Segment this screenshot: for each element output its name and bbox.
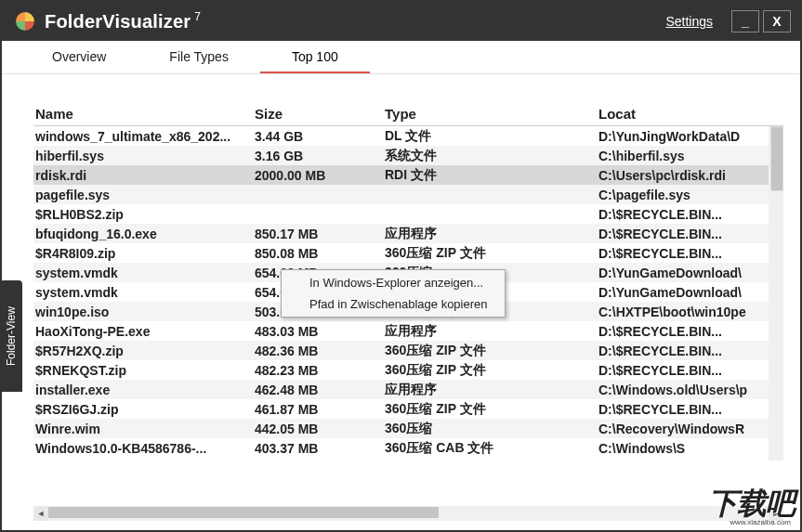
cell-type: 系统文件	[385, 148, 598, 164]
table-row[interactable]: $RSZI6GJ.zip461.87 MB360压缩 ZIP 文件D:\$REC…	[33, 399, 783, 419]
cell-location: D:\$RECYCLE.BIN...	[598, 363, 783, 378]
cell-name: bfuqidong_16.0.exe	[33, 227, 255, 241]
scroll-right-arrow-icon[interactable]: ►	[769, 506, 783, 521]
cell-type: RDI 文件	[385, 167, 598, 184]
titlebar: FolderVisualizer7 Settings _ X	[2, 2, 800, 41]
app-logo-icon	[15, 11, 35, 32]
horizontal-scrollbar-thumb[interactable]	[48, 507, 439, 518]
table-row[interactable]: rdisk.rdi2000.00 MBRDI 文件C:\Users\pc\rdi…	[33, 165, 783, 185]
column-header-size[interactable]: Size	[255, 106, 385, 122]
cell-size: 482.23 MB	[255, 363, 385, 378]
cell-location: D:\$RECYCLE.BIN...	[598, 344, 783, 358]
cell-name: $R57H2XQ.zip	[33, 344, 255, 358]
table-header-row: Name Size Type Locat	[33, 102, 783, 126]
cell-name: $R4R8I09.zip	[33, 246, 255, 261]
cell-name: Winre.wim	[33, 422, 255, 436]
table-row[interactable]: $R4R8I09.zip850.08 MB360压缩 ZIP 文件D:\$REC…	[33, 243, 783, 263]
cell-location: D:\YunGameDownload\	[598, 266, 783, 280]
cell-size: 850.08 MB	[255, 246, 385, 261]
cell-name: system.vmdk	[33, 285, 255, 300]
cell-name: installer.exe	[33, 383, 255, 397]
content-area: Folder-View Name Size Type Locat windows…	[2, 74, 800, 530]
cell-location: D:\$RECYCLE.BIN...	[598, 207, 783, 222]
cell-location: C:\HXTPE\boot\win10pe	[598, 305, 783, 319]
cell-size: 461.87 MB	[255, 402, 385, 417]
cell-size: 403.37 MB	[255, 441, 385, 456]
close-button[interactable]: X	[763, 10, 791, 32]
tab-top-100[interactable]: Top 100	[260, 42, 370, 73]
column-header-name[interactable]: Name	[33, 106, 255, 122]
cell-name: pagefile.sys	[33, 188, 255, 202]
cell-location: C:\pagefile.sys	[598, 188, 783, 202]
table-row[interactable]: windows_7_ultimate_x86_202...3.44 GBDL 文…	[33, 126, 783, 146]
table-row[interactable]: Winre.wim442.05 MB360压缩C:\Recovery\Windo…	[33, 419, 783, 438]
minimize-button[interactable]: _	[731, 10, 759, 32]
cell-type: 360压缩 CAB 文件	[385, 440, 598, 457]
scroll-left-arrow-icon[interactable]: ◄	[33, 506, 48, 521]
cell-name: $RLH0BS2.zip	[33, 207, 255, 222]
cell-name: win10pe.iso	[33, 305, 255, 319]
table-row[interactable]: bfuqidong_16.0.exe850.17 MB应用程序D:\$RECYC…	[33, 224, 783, 243]
tab-file-types[interactable]: File Types	[138, 42, 260, 73]
horizontal-scroll-track[interactable]	[48, 506, 769, 521]
cell-location: D:\$RECYCLE.BIN...	[598, 246, 783, 261]
context-menu: In Windows-Explorer anzeigen...Pfad in Z…	[281, 269, 506, 318]
app-version-text: 7	[194, 10, 201, 23]
cell-location: D:\YunGameDownload\	[598, 285, 783, 300]
cell-location: C:\Windows\S	[598, 441, 783, 456]
cell-location: C:\Recovery\WindowsR	[598, 422, 783, 436]
cell-name: rdisk.rdi	[33, 168, 255, 183]
app-title: FolderVisualizer7	[45, 10, 201, 32]
cell-name: hiberfil.sys	[33, 149, 255, 163]
cell-type: 应用程序	[385, 226, 598, 242]
cell-size: 442.05 MB	[255, 422, 385, 436]
vertical-scrollbar[interactable]	[769, 126, 783, 461]
vertical-scrollbar-thumb[interactable]	[770, 126, 783, 191]
tab-overview[interactable]: Overview	[20, 42, 138, 73]
cell-name: windows_7_ultimate_x86_202...	[33, 129, 255, 144]
cell-size: 850.17 MB	[255, 227, 385, 241]
cell-type: DL 文件	[385, 128, 598, 145]
cell-size: 483.03 MB	[255, 324, 385, 339]
context-menu-item[interactable]: Pfad in Zwischenablage kopieren	[283, 293, 503, 315]
cell-type: 360压缩 ZIP 文件	[385, 401, 598, 418]
table-row[interactable]: pagefile.sysC:\pagefile.sys	[33, 185, 783, 204]
folder-view-side-tab[interactable]: Folder-View	[0, 280, 22, 392]
cell-location: D:\YunJingWorkData\D	[598, 129, 783, 144]
tab-bar: OverviewFile TypesTop 100	[2, 41, 800, 74]
cell-type: 应用程序	[385, 323, 598, 340]
cell-type: 360压缩 ZIP 文件	[385, 362, 598, 379]
table-row[interactable]: installer.exe462.48 MB应用程序C:\Windows.old…	[33, 380, 783, 399]
table-row[interactable]: $RNEKQST.zip482.23 MB360压缩 ZIP 文件D:\$REC…	[33, 360, 783, 380]
cell-name: $RNEKQST.zip	[33, 363, 255, 378]
cell-size: 482.36 MB	[255, 344, 385, 358]
cell-size: 3.16 GB	[255, 149, 385, 163]
cell-size: 2000.00 MB	[255, 168, 385, 183]
table-row[interactable]: $RLH0BS2.zipD:\$RECYCLE.BIN...	[33, 204, 783, 224]
cell-size: 3.44 GB	[255, 129, 385, 144]
table-row[interactable]: HaoXiTong-PE.exe483.03 MB应用程序D:\$RECYCLE…	[33, 321, 783, 341]
app-window: FolderVisualizer7 Settings _ X OverviewF…	[0, 0, 802, 532]
cell-type: 360压缩	[385, 421, 598, 437]
cell-type: 应用程序	[385, 382, 598, 398]
app-name-text: FolderVisualizer	[45, 11, 191, 32]
horizontal-scrollbar[interactable]: ◄ ►	[33, 506, 783, 521]
settings-link[interactable]: Settings	[665, 14, 713, 29]
table-row[interactable]: Windows10.0-KB4586786-...403.37 MB360压缩 …	[33, 438, 783, 458]
cell-type: 360压缩 ZIP 文件	[385, 343, 598, 359]
cell-location: D:\$RECYCLE.BIN...	[598, 324, 783, 339]
cell-location: D:\$RECYCLE.BIN...	[598, 402, 783, 417]
context-menu-item[interactable]: In Windows-Explorer anzeigen...	[283, 272, 503, 293]
table-row[interactable]: $R57H2XQ.zip482.36 MB360压缩 ZIP 文件D:\$REC…	[33, 341, 783, 360]
column-header-location[interactable]: Locat	[598, 106, 783, 122]
cell-location: C:\Users\pc\rdisk.rdi	[598, 168, 783, 183]
cell-name: system.vmdk	[33, 266, 255, 280]
column-header-type[interactable]: Type	[385, 106, 598, 122]
cell-name: $RSZI6GJ.zip	[33, 402, 255, 417]
table-row[interactable]: hiberfil.sys3.16 GB系统文件C:\hiberfil.sys	[33, 146, 783, 165]
cell-location: D:\$RECYCLE.BIN...	[598, 227, 783, 241]
cell-type: 360压缩 ZIP 文件	[385, 245, 598, 262]
cell-name: HaoXiTong-PE.exe	[33, 324, 255, 339]
cell-location: C:\hiberfil.sys	[598, 149, 783, 163]
cell-location: C:\Windows.old\Users\p	[598, 383, 783, 397]
